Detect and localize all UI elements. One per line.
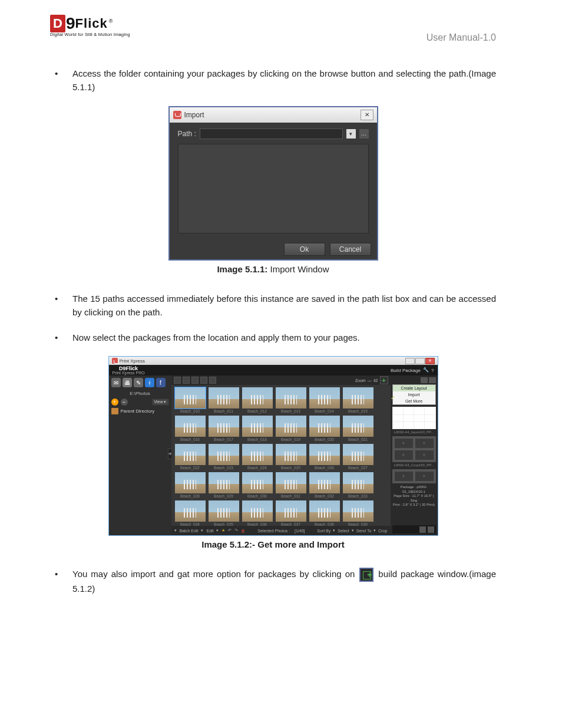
photo-thumbnail[interactable]: Beach_023 (209, 444, 239, 470)
thumbnail-label: Beach_027 (343, 466, 373, 470)
maximize-button[interactable]: □ (415, 358, 425, 364)
photo-thumbnail[interactable]: Beach_026 (309, 444, 340, 470)
menu-item-create-layout[interactable]: Create Layout (393, 385, 435, 391)
photo-thumbnail[interactable]: Beach_012 (242, 387, 273, 414)
bullet-item: Now select the packages from the locatio… (55, 331, 496, 344)
photo-thumbnail[interactable]: Beach_015 (343, 387, 373, 414)
photo-thumbnail[interactable]: Beach_032 (309, 472, 340, 499)
close-button[interactable]: ✕ (425, 358, 435, 364)
photo-thumbnail[interactable]: Beach_017 (209, 416, 239, 442)
caption-label: Image 5.1.2:- Get more and Import (201, 539, 345, 549)
photo-thumbnail[interactable]: Beach_013 (276, 387, 306, 414)
photo-thumbnail[interactable]: Beach_033 (343, 472, 373, 499)
photo-thumbnail[interactable]: Beach_022 (175, 444, 206, 470)
app-icon (112, 358, 118, 364)
photo-thumbnail[interactable]: Beach_020 (309, 416, 340, 442)
bluetooth-icon[interactable]: ᚼ (145, 378, 154, 387)
photo-thumbnail[interactable]: Beach_034 (175, 500, 206, 526)
star-icon[interactable]: ★ (222, 528, 225, 533)
edit-menu[interactable]: Edit (206, 529, 213, 533)
footer-icon[interactable] (428, 526, 434, 533)
ok-button[interactable]: Ok (284, 243, 325, 256)
send-to-menu[interactable]: Send To (356, 529, 372, 533)
template-thumbnail[interactable]: ++ (392, 469, 436, 483)
edit-icon[interactable]: ✎ (134, 378, 143, 387)
rotate-ccw-icon[interactable]: ↶ (228, 528, 232, 533)
thumbnail-toolbar: Zoom — 42 + (171, 375, 391, 385)
thumbnail-label: Beach_037 (276, 522, 306, 526)
dialog-titlebar: Import ✕ (170, 107, 377, 123)
view-dropdown[interactable]: View ▾ (152, 398, 169, 406)
photo-thumbnail[interactable]: Beach_016 (175, 416, 206, 442)
check-icon: ✓ (391, 394, 395, 401)
remove-icon[interactable]: − (121, 398, 128, 406)
view-mode-button[interactable] (183, 377, 190, 384)
package-context-menu: Create Layout Import Get More (392, 384, 436, 405)
minimize-button[interactable]: — (405, 358, 415, 364)
photo-thumbnail[interactable]: Beach_025 (276, 444, 306, 470)
collapse-handle-icon[interactable]: ◄ (168, 449, 171, 459)
template-thumbnail[interactable] (392, 407, 436, 429)
batch-edit-menu[interactable]: Batch Edit (180, 529, 199, 533)
photo-thumbnail[interactable]: Beach_028 (175, 472, 206, 499)
dialog-content-area (178, 144, 369, 233)
view-mode-button[interactable] (200, 377, 207, 384)
menu-item-import[interactable]: Import (393, 391, 435, 398)
selected-photos-count: [1/40] (295, 529, 305, 533)
bullet-item: The 15 paths accessed immediately before… (55, 292, 496, 319)
sort-by-menu[interactable]: Sort By (317, 529, 330, 533)
bullet-item: Access the folder containing your packag… (55, 67, 496, 94)
mail-icon[interactable]: ✉ (111, 378, 121, 387)
browse-button[interactable]: ... (359, 129, 369, 139)
help-icon[interactable]: ? (431, 368, 434, 373)
select-menu[interactable]: Select (338, 529, 349, 533)
photo-thumbnail[interactable]: Beach_036 (242, 500, 273, 526)
thumbnail-label: Beach_010 (175, 409, 206, 414)
photo-thumbnail[interactable]: Beach_037 (276, 500, 306, 526)
panel-options-icon[interactable] (429, 377, 436, 383)
doc-version: User Manual-1.0 (427, 32, 496, 43)
path-input[interactable] (200, 129, 343, 139)
panel-dropdown-icon[interactable] (421, 377, 428, 383)
menu-item-get-more[interactable]: Get More (393, 398, 435, 404)
add-icon[interactable]: + (111, 398, 118, 406)
center-panel: Zoom — 42 + ◄ ✓ Beach_010Beach_011Beach_… (171, 375, 391, 535)
view-mode-button[interactable] (174, 377, 181, 384)
dialog-close-button[interactable]: ✕ (361, 110, 373, 120)
photo-thumbnail[interactable]: Beach_038 (309, 500, 340, 526)
photo-thumbnail[interactable]: Beach_035 (209, 500, 239, 526)
wrench-icon[interactable]: 🔧 (423, 367, 429, 373)
add-package-icon[interactable]: + (380, 376, 388, 384)
rotate-cw-icon[interactable]: ↷ (234, 528, 238, 533)
thumbnail-label: Beach_038 (309, 522, 340, 526)
photo-thumbnail[interactable]: Beach_010 (175, 387, 206, 414)
photo-thumbnail[interactable]: Beach_027 (343, 444, 373, 470)
photo-thumbnail[interactable]: Beach_031 (276, 472, 306, 499)
photo-thumbnail[interactable]: Beach_019 (276, 416, 306, 442)
photo-thumbnail[interactable]: Beach_011 (209, 387, 239, 414)
delete-icon[interactable]: 🗑 (241, 529, 245, 533)
zoom-label: Zoom (355, 378, 366, 383)
build-package-label[interactable]: Build Package (391, 368, 421, 373)
footer-icon[interactable] (419, 526, 426, 533)
parent-directory-item[interactable]: Parent Directory (111, 407, 169, 416)
path-dropdown-button[interactable]: ▾ (346, 129, 356, 139)
photo-thumbnail[interactable]: Beach_014 (309, 387, 340, 414)
view-mode-button[interactable] (209, 377, 216, 384)
bullet-item: You may also import and gat more option … (55, 567, 496, 595)
photo-thumbnail[interactable]: Beach_039 (343, 500, 373, 526)
thumbnail-label: Beach_013 (276, 409, 306, 414)
template-thumbnail[interactable]: ++++ (392, 436, 436, 462)
thumbnail-label: Beach_030 (242, 494, 273, 499)
view-mode-button[interactable] (191, 377, 199, 384)
facebook-icon[interactable]: f (156, 378, 166, 387)
bullet-list: Access the folder containing your packag… (50, 67, 496, 94)
photo-thumbnail[interactable]: Beach_030 (242, 472, 273, 499)
photo-thumbnail[interactable]: Beach_021 (343, 416, 373, 442)
print-icon[interactable]: 🖶 (123, 378, 132, 387)
cancel-button[interactable]: Cancel (330, 243, 371, 256)
photo-thumbnail[interactable]: Beach_018 (242, 416, 273, 442)
photo-thumbnail[interactable]: Beach_024 (242, 444, 273, 470)
photo-thumbnail[interactable]: Beach_029 (209, 472, 239, 499)
crop-menu[interactable]: Crop (378, 529, 387, 533)
